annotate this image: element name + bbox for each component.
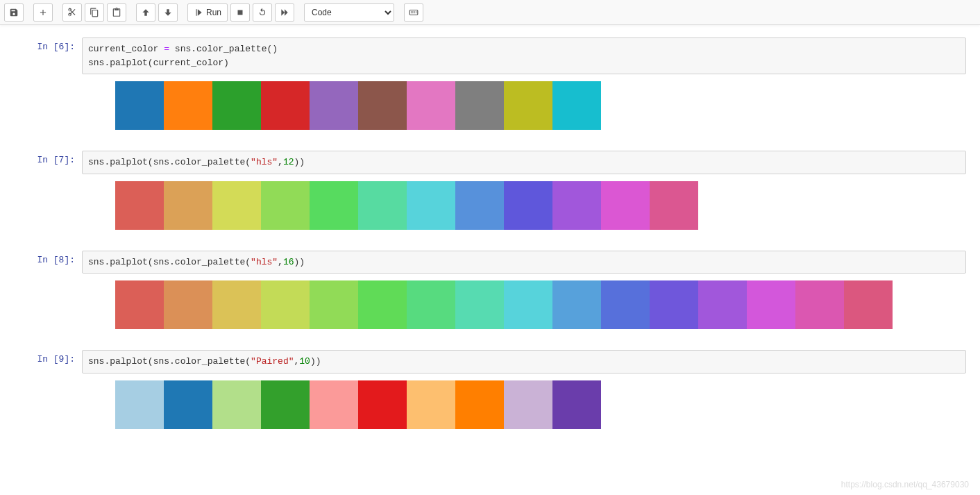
- color-swatch: [261, 380, 310, 429]
- color-swatch: [844, 280, 893, 329]
- color-swatch: [358, 81, 407, 130]
- restart-run-all-button[interactable]: [275, 3, 294, 22]
- color-swatch: [601, 280, 650, 329]
- color-swatch: [698, 280, 747, 329]
- cell-output: [14, 181, 966, 230]
- color-swatch: [504, 380, 552, 429]
- cell-type-select[interactable]: CodeMarkdownRaw NBConvertHeading: [304, 3, 394, 22]
- palette-plot: [115, 280, 893, 329]
- color-swatch: [115, 181, 164, 230]
- color-swatch: [310, 380, 358, 429]
- cut-button[interactable]: [62, 3, 82, 22]
- color-swatch: [164, 81, 212, 130]
- svg-rect-5: [416, 12, 416, 13]
- color-swatch: [552, 380, 601, 429]
- run-label: Run: [206, 8, 221, 17]
- color-swatch: [504, 280, 552, 329]
- color-swatch: [601, 181, 650, 230]
- code-input[interactable]: sns.palplot(sns.color_palette("Paired",1…: [82, 350, 966, 374]
- color-swatch: [650, 181, 698, 230]
- color-swatch: [358, 280, 407, 329]
- code-cell: In [6]:current_color = sns.color_palette…: [14, 37, 966, 74]
- color-swatch: [212, 380, 261, 429]
- svg-rect-3: [412, 12, 413, 13]
- color-swatch: [552, 181, 601, 230]
- cell-output: [14, 380, 966, 429]
- color-swatch: [115, 280, 164, 329]
- input-prompt: In [6]:: [14, 37, 82, 52]
- color-swatch: [310, 280, 358, 329]
- svg-rect-2: [411, 12, 412, 13]
- svg-rect-0: [238, 10, 243, 15]
- restart-button[interactable]: [253, 3, 272, 22]
- code-cell: In [9]:sns.palplot(sns.color_palette("Pa…: [14, 350, 966, 374]
- color-swatch: [164, 280, 212, 329]
- code-cell: In [8]:sns.palplot(sns.color_palette("hl…: [14, 251, 966, 274]
- color-swatch: [212, 280, 261, 329]
- color-swatch: [115, 380, 164, 429]
- run-icon: [194, 8, 203, 17]
- color-swatch: [407, 280, 455, 329]
- color-swatch: [261, 280, 310, 329]
- color-swatch: [358, 380, 407, 429]
- color-swatch: [795, 280, 844, 329]
- command-palette-button[interactable]: [404, 3, 423, 22]
- color-swatch: [455, 81, 504, 130]
- color-swatch: [650, 280, 698, 329]
- svg-rect-9: [416, 11, 416, 12]
- color-swatch: [455, 280, 504, 329]
- svg-rect-4: [414, 12, 415, 13]
- notebook-container: In [6]:current_color = sns.color_palette…: [0, 25, 980, 478]
- code-input[interactable]: sns.palplot(sns.color_palette("hls",16)): [82, 251, 966, 274]
- move-up-button[interactable]: [136, 3, 155, 22]
- svg-rect-7: [412, 11, 413, 12]
- cell-output: [14, 280, 966, 329]
- palette-plot: [115, 181, 698, 230]
- insert-cell-button[interactable]: [33, 3, 53, 22]
- toolbar: Run CodeMarkdownRaw NBConvertHeading: [0, 0, 980, 25]
- color-swatch: [212, 81, 261, 130]
- color-swatch: [455, 380, 504, 429]
- svg-rect-8: [414, 11, 415, 12]
- color-swatch: [358, 181, 407, 230]
- color-swatch: [552, 280, 601, 329]
- color-swatch: [407, 380, 455, 429]
- copy-button[interactable]: [85, 3, 104, 22]
- input-prompt: In [9]:: [14, 350, 82, 364]
- color-swatch: [504, 81, 552, 130]
- color-swatch: [747, 280, 795, 329]
- paste-button[interactable]: [107, 3, 126, 22]
- color-swatch: [310, 181, 358, 230]
- color-swatch: [164, 380, 212, 429]
- palette-plot: [115, 81, 601, 130]
- run-button[interactable]: Run: [187, 3, 228, 22]
- palette-plot: [115, 380, 601, 429]
- color-swatch: [407, 181, 455, 230]
- color-swatch: [115, 81, 164, 130]
- color-swatch: [261, 81, 310, 130]
- color-swatch: [552, 81, 601, 130]
- color-swatch: [407, 81, 455, 130]
- interrupt-button[interactable]: [230, 3, 250, 22]
- save-button[interactable]: [4, 3, 24, 22]
- code-input[interactable]: current_color = sns.color_palette() sns.…: [82, 37, 966, 74]
- color-swatch: [455, 181, 504, 230]
- code-cell: In [7]:sns.palplot(sns.color_palette("hl…: [14, 151, 966, 174]
- cell-output: [14, 81, 966, 130]
- input-prompt: In [7]:: [14, 151, 82, 165]
- color-swatch: [261, 181, 310, 230]
- color-swatch: [504, 181, 552, 230]
- color-swatch: [212, 181, 261, 230]
- color-swatch: [310, 81, 358, 130]
- svg-rect-6: [411, 11, 412, 12]
- color-swatch: [164, 181, 212, 230]
- code-input[interactable]: sns.palplot(sns.color_palette("hls",12)): [82, 151, 966, 174]
- move-down-button[interactable]: [158, 3, 178, 22]
- input-prompt: In [8]:: [14, 251, 82, 265]
